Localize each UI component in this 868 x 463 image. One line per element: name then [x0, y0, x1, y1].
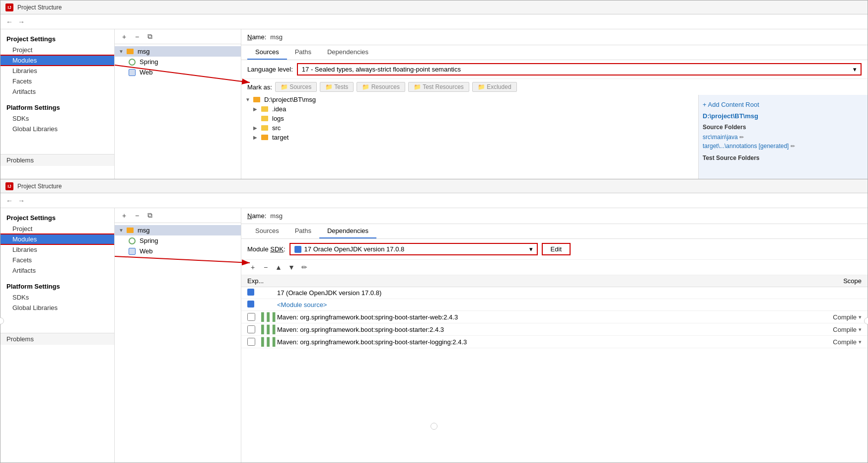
- sidebar-item-facets-bottom[interactable]: Facets: [0, 255, 114, 265]
- bottom-tree-spring-label: Spring: [140, 237, 158, 244]
- mark-excluded-btn[interactable]: 📁 Excluded: [472, 82, 517, 92]
- deps-starter-logging-scope: Compile ▾: [822, 338, 862, 346]
- deps-jar-icon-3: ▌▌▌: [261, 337, 278, 346]
- bottom-title-bar: IJ Project Structure: [0, 179, 868, 193]
- deps-sdk-name: 17 (Oracle OpenJDK version 17.0.8): [277, 289, 812, 297]
- bottom-tree-root[interactable]: ▼ msg: [115, 225, 241, 235]
- top-root-path-label: D:\project\BT\msg: [703, 110, 864, 122]
- bottom-sdk-row: Module SDK: 17 Oracle OpenJDK version 17…: [241, 239, 868, 260]
- bottom-edit-btn[interactable]: Edit: [542, 243, 571, 255]
- sidebar-item-modules-bottom[interactable]: Modules: [0, 234, 114, 244]
- bottom-sdk-select[interactable]: 17 Oracle OpenJDK version 17.0.8 ▾: [289, 243, 538, 255]
- top-lang-label: Language level:: [247, 66, 293, 73]
- top-name-input[interactable]: [270, 33, 330, 41]
- bottom-name-input[interactable]: [270, 212, 330, 220]
- top-folder-target[interactable]: ▶ target: [241, 133, 698, 142]
- top-remove-module-btn[interactable]: −: [132, 31, 143, 42]
- sidebar-item-artifacts-top[interactable]: Artifacts: [0, 86, 114, 97]
- deps-starter-name: Maven: org.springframework.boot:spring-b…: [277, 326, 822, 333]
- top-folder-idea-arrow: ▶: [253, 106, 259, 112]
- sidebar-item-libraries-top[interactable]: Libraries: [0, 66, 114, 76]
- mark-resources-btn[interactable]: 📁 Resources: [357, 82, 405, 92]
- top-folder-target-icon: [261, 135, 268, 140]
- bottom-content-panel: Name: Sources Paths Dependencies Module …: [241, 208, 868, 463]
- bottom-copy-module-btn[interactable]: ⧉: [145, 210, 155, 221]
- top-module-tree: ▼ msg Spring Web: [115, 44, 241, 181]
- top-tree-root[interactable]: ▼ msg: [115, 46, 241, 57]
- deps-jar-icon-2: ▌▌▌: [261, 325, 278, 334]
- sidebar-item-sdks-top[interactable]: SDKs: [0, 113, 114, 124]
- top-main-content: Project Settings Project Modules Librari…: [0, 29, 868, 181]
- top-source-path-1[interactable]: src\main\java ✏: [703, 133, 864, 142]
- top-folder-src[interactable]: ▶ src: [241, 123, 698, 133]
- bottom-nav-bar: ← →: [0, 193, 868, 208]
- top-window-title: Project Structure: [17, 4, 62, 11]
- tab-dependencies-bottom[interactable]: Dependencies: [319, 224, 376, 238]
- top-problems-bar[interactable]: Problems: [0, 154, 114, 166]
- sidebar-item-project-top[interactable]: Project: [0, 45, 114, 55]
- sidebar-item-facets-top[interactable]: Facets: [0, 76, 114, 86]
- top-nav-bar: ← →: [0, 14, 868, 29]
- top-tree-spring[interactable]: Spring: [115, 57, 241, 67]
- bottom-deps-add-btn[interactable]: +: [247, 262, 258, 273]
- deps-header-exp: Exp...: [247, 277, 277, 285]
- deps-starter-web-checkbox[interactable]: [247, 313, 255, 321]
- top-name-row: Name:: [241, 29, 868, 45]
- bottom-deps-remove-btn[interactable]: −: [260, 262, 271, 273]
- bottom-deps-table-header: Exp... Scope: [241, 275, 868, 287]
- deps-starter-logging-checkbox[interactable]: [247, 338, 255, 346]
- sidebar-item-global-libraries-bottom[interactable]: Global Libraries: [0, 303, 114, 313]
- sidebar-item-modules-top[interactable]: Modules: [0, 55, 114, 66]
- tab-sources-top[interactable]: Sources: [247, 45, 287, 60]
- bottom-remove-module-btn[interactable]: −: [132, 210, 143, 221]
- bottom-deps-down-btn[interactable]: ▼: [286, 262, 297, 273]
- bottom-tree-web[interactable]: Web: [115, 246, 241, 256]
- top-window: IJ Project Structure ← → Project Setting…: [0, 0, 868, 181]
- mark-test-resources-btn[interactable]: 📁 Test Resources: [408, 82, 469, 92]
- top-folder-target-label: target: [272, 134, 289, 141]
- top-folder-idea[interactable]: ▶ .idea: [241, 104, 698, 114]
- deps-row-starter-web: ▌▌▌ Maven: org.springframework.boot:spri…: [241, 311, 868, 323]
- deps-starter-logging-name: Maven: org.springframework.boot:spring-b…: [277, 338, 822, 346]
- sidebar-item-sdks-bottom[interactable]: SDKs: [0, 292, 114, 303]
- top-add-content-root-btn[interactable]: + Add Content Root: [703, 99, 864, 110]
- sdk-select-icon: [294, 246, 301, 253]
- top-copy-module-btn[interactable]: ⧉: [145, 31, 155, 42]
- bottom-sdk-label: Module SDK:: [247, 245, 286, 253]
- bottom-deps-up-btn[interactable]: ▲: [273, 262, 284, 273]
- mark-sources-btn[interactable]: 📁 Sources: [275, 82, 317, 92]
- bottom-intellij-icon: IJ: [5, 182, 13, 190]
- sidebar-item-libraries-bottom[interactable]: Libraries: [0, 244, 114, 255]
- mark-tests-btn[interactable]: 📁 Tests: [320, 82, 354, 92]
- top-folder-logs[interactable]: logs: [241, 114, 698, 123]
- top-tree-web[interactable]: Web: [115, 67, 241, 77]
- tab-paths-bottom[interactable]: Paths: [287, 224, 319, 238]
- top-tree-root-label: msg: [138, 48, 150, 55]
- bottom-tree-spring[interactable]: Spring: [115, 235, 241, 246]
- bottom-platform-settings-header: Platform Settings: [0, 281, 114, 292]
- tab-paths-top[interactable]: Paths: [287, 45, 319, 60]
- bottom-spring-icon: [129, 237, 136, 244]
- top-tree-folder-icon: [127, 49, 134, 54]
- top-source-path-2[interactable]: target\...\annotations [generated] ✏: [703, 142, 864, 151]
- top-forward-button[interactable]: →: [16, 17, 26, 27]
- bottom-problems-bar[interactable]: Problems: [0, 333, 114, 345]
- deps-starter-web-scope: Compile ▾: [822, 313, 862, 321]
- bottom-add-module-btn[interactable]: +: [119, 210, 130, 221]
- top-add-module-btn[interactable]: +: [119, 31, 130, 42]
- sidebar-item-global-libraries-top[interactable]: Global Libraries: [0, 124, 114, 134]
- top-tree-root-arrow: ▼: [119, 49, 125, 54]
- top-folder-root[interactable]: ▼ D:\project\BT\msg: [241, 95, 698, 104]
- top-lang-select[interactable]: 17 - Sealed types, always-strict floatin…: [297, 63, 862, 76]
- deps-starter-checkbox[interactable]: [247, 325, 255, 333]
- top-lang-value: 17 - Sealed types, always-strict floatin…: [302, 66, 461, 73]
- sidebar-item-artifacts-bottom[interactable]: Artifacts: [0, 265, 114, 276]
- sidebar-item-project-bottom[interactable]: Project: [0, 224, 114, 234]
- top-lang-dropdown-arrow: ▾: [853, 66, 857, 73]
- top-back-button[interactable]: ←: [4, 17, 14, 27]
- bottom-deps-edit-btn[interactable]: ✏: [299, 262, 310, 273]
- bottom-forward-button[interactable]: →: [16, 196, 26, 206]
- tab-sources-bottom[interactable]: Sources: [247, 224, 287, 238]
- bottom-back-button[interactable]: ←: [4, 196, 14, 206]
- tab-dependencies-top[interactable]: Dependencies: [319, 45, 376, 60]
